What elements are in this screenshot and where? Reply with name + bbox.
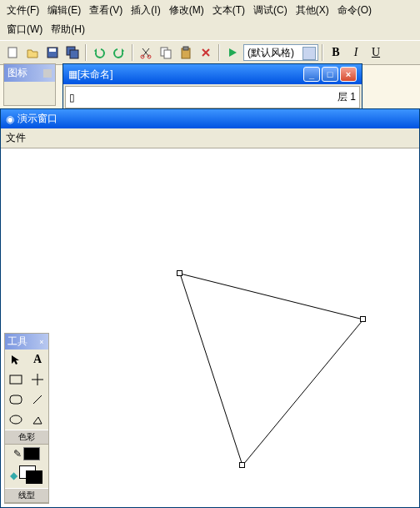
palette-close-icon[interactable]: ×: [38, 338, 46, 346]
svg-rect-4: [70, 50, 78, 58]
demo-title-text: 演示窗口: [18, 112, 58, 126]
tool-crosshair[interactable]: [27, 370, 48, 390]
triangle-handle-0[interactable]: [177, 270, 182, 276]
svg-rect-0: [8, 48, 17, 58]
toolbar-sep4: [322, 44, 323, 61]
style-combo[interactable]: (默认风格): [243, 44, 318, 61]
stroke-swatch[interactable]: [23, 447, 40, 460]
icons-panel-title[interactable]: 图标: [4, 64, 55, 82]
tool-oval[interactable]: [5, 410, 27, 430]
demo-menubar: 文件: [1, 128, 419, 148]
maximize-button[interactable]: □: [322, 67, 338, 82]
triangle-handle-2[interactable]: [239, 462, 245, 468]
toolbar-sep: [85, 44, 87, 61]
italic-button[interactable]: I: [347, 43, 365, 62]
tool-rounded[interactable]: [5, 390, 27, 410]
document-titlebar[interactable]: ▦ [未命名] _ □ ×: [63, 64, 362, 84]
stroke-color-row[interactable]: ✎: [5, 445, 48, 463]
svg-rect-8: [164, 50, 171, 58]
document-title-text: [未命名]: [78, 68, 113, 82]
undo-button[interactable]: [90, 43, 108, 62]
new-button[interactable]: [3, 43, 22, 62]
svg-rect-10: [183, 47, 188, 50]
menu-other[interactable]: 其他(X): [292, 2, 332, 19]
menu-file[interactable]: 文件(F): [3, 2, 42, 19]
panel-close-icon[interactable]: [43, 69, 52, 78]
demo-icon: ◉: [6, 113, 14, 125]
toolbar-sep2: [132, 44, 133, 61]
tool-palette-title[interactable]: 工具 ×: [5, 334, 48, 350]
document-body: ▯ 层 1: [65, 86, 360, 108]
demo-menu-file[interactable]: 文件: [6, 132, 26, 143]
icons-panel-label: 图标: [8, 66, 28, 80]
menu-debug[interactable]: 调试(C): [250, 2, 291, 19]
redo-button[interactable]: [110, 43, 128, 62]
menu-text[interactable]: 文本(T): [209, 2, 248, 19]
menu-modify[interactable]: 修改(M): [166, 2, 208, 19]
menu-edit[interactable]: 编辑(E): [44, 2, 84, 19]
document-window: ▦ [未命名] _ □ × ▯ 层 1: [62, 63, 362, 111]
triangle-poly[interactable]: [180, 274, 363, 465]
demo-titlebar[interactable]: ◉ 演示窗口: [1, 109, 419, 128]
main-menubar: 文件(F) 编辑(E) 查看(V) 插入(I) 修改(M) 文本(T) 调试(C…: [0, 0, 420, 40]
document-icon: ▦: [68, 68, 78, 80]
menu-insert[interactable]: 插入(I): [128, 2, 163, 19]
tool-palette-label: 工具: [8, 334, 28, 349]
run-button[interactable]: [223, 43, 242, 62]
menu-help[interactable]: 帮助(H): [48, 21, 88, 38]
demo-window: ◉ 演示窗口 文件 工具 × A 色彩 ✎ ◆: [0, 108, 420, 508]
line-section-label: 线型: [5, 488, 48, 503]
layer-icon: ▯: [69, 92, 75, 103]
canvas[interactable]: [1, 148, 419, 499]
fill-color-row[interactable]: ◆: [5, 463, 48, 488]
svg-rect-2: [49, 48, 56, 52]
delete-button[interactable]: [197, 43, 215, 62]
cut-button[interactable]: [137, 43, 155, 62]
toolbar-sep3: [218, 44, 220, 61]
paste-button[interactable]: [177, 43, 195, 62]
minimize-button[interactable]: _: [303, 67, 320, 82]
tool-palette[interactable]: 工具 × A 色彩 ✎ ◆ 线型: [4, 333, 49, 504]
svg-point-14: [10, 415, 22, 424]
color-section-label: 色彩: [5, 430, 48, 445]
fill-swatch[interactable]: [19, 465, 44, 485]
tool-eraser[interactable]: [27, 410, 48, 430]
save-button[interactable]: [43, 43, 62, 62]
main-toolbar: (默认风格) B I U: [0, 40, 420, 65]
triangle-handle-1[interactable]: [360, 316, 366, 322]
triangle-shape[interactable]: [1, 148, 420, 499]
menu-window[interactable]: 窗口(W): [3, 21, 46, 38]
tool-rect[interactable]: [5, 370, 27, 390]
saveall-button[interactable]: [63, 43, 82, 62]
pencil-icon: ✎: [13, 448, 22, 460]
tool-line[interactable]: [27, 390, 48, 410]
tool-text[interactable]: A: [27, 350, 48, 370]
bold-button[interactable]: B: [327, 43, 345, 62]
underline-button[interactable]: U: [367, 43, 385, 62]
tool-arrow[interactable]: [5, 350, 27, 370]
copy-button[interactable]: [157, 43, 175, 62]
menu-view[interactable]: 查看(V): [86, 2, 126, 19]
svg-line-13: [33, 395, 42, 404]
icons-panel: 图标: [3, 63, 56, 106]
close-button[interactable]: ×: [340, 67, 357, 82]
svg-rect-11: [10, 375, 22, 384]
layer-label: 层 1: [338, 90, 356, 104]
menu-command[interactable]: 命令(O): [334, 2, 375, 19]
bucket-icon: ◆: [10, 470, 18, 481]
svg-rect-12: [10, 395, 22, 404]
style-combo-label: (默认风格): [248, 47, 294, 58]
open-button[interactable]: [23, 43, 42, 62]
